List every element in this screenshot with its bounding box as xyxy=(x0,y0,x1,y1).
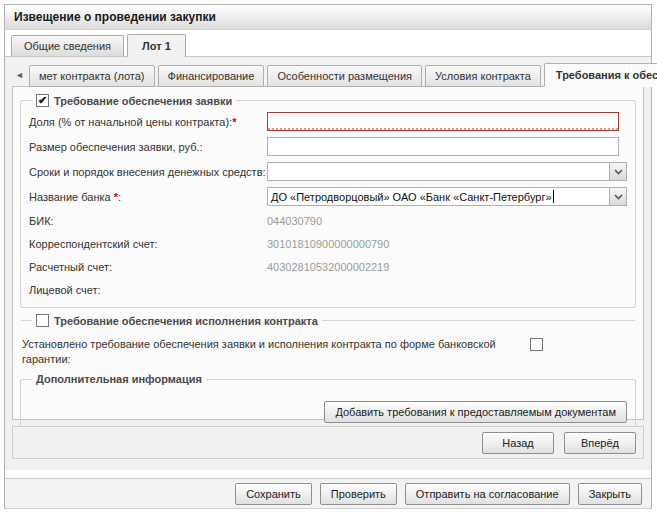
settlement-account-value: 40302810532000002219 xyxy=(267,261,389,273)
additional-info-legend-label: Дополнительная информация xyxy=(36,373,202,385)
chevron-down-icon xyxy=(614,194,623,200)
tab-security-requirements[interactable]: Требования к обеспечению xyxy=(544,63,657,87)
bid-security-legend-label: Требование обеспечения заявки xyxy=(54,95,232,107)
save-button[interactable]: Сохранить xyxy=(235,483,312,505)
contract-security-legend: Требование обеспечения исполнения контра… xyxy=(32,314,322,327)
tab-financing[interactable]: Финансирование xyxy=(158,65,265,87)
required-asterisk: * xyxy=(232,116,236,128)
settlement-account-row: Расчетный счет: 40302810532000002219 xyxy=(29,255,627,278)
bid-security-fieldset: ✔ Требование обеспечения заявки Доля (% … xyxy=(20,94,636,308)
contract-security-legend-label: Требование обеспечения исполнения контра… xyxy=(54,315,318,327)
settlement-account-label: Расчетный счет: xyxy=(29,261,267,273)
share-label: Доля (% от начальной цены контракта):* xyxy=(29,116,267,128)
bank-combobox-value[interactable]: ДО «Петродворцовый» ОАО «Банк «Санкт-Пет… xyxy=(268,188,609,205)
tab-lot-1[interactable]: Лот 1 xyxy=(127,34,186,57)
scroll-left-icon[interactable]: ◄ xyxy=(13,67,26,83)
tab-contract-terms[interactable]: Условия контракта xyxy=(425,65,541,87)
check-button[interactable]: Проверить xyxy=(320,483,397,505)
main-tabbar: Общие сведения Лот 1 xyxy=(5,30,651,56)
terms-select-value xyxy=(268,163,609,180)
share-input[interactable] xyxy=(267,112,619,131)
amount-row: Размер обеспечения заявки, руб.: xyxy=(29,134,627,159)
corr-account-row: Корреспондентский счет: 3010181090000000… xyxy=(29,232,627,255)
tab-placement-features[interactable]: Особенности размещения xyxy=(267,65,422,87)
back-button[interactable]: Назад xyxy=(482,432,554,454)
additional-info-body: Добавить требования к предоставляемым до… xyxy=(29,387,627,431)
bid-security-checkbox[interactable]: ✔ xyxy=(36,94,49,107)
footer-toolbar: Сохранить Проверить Отправить на согласо… xyxy=(5,478,651,509)
bank-label: Название банка *: xyxy=(29,191,267,203)
window-title: Извещение о проведении закупки xyxy=(5,5,651,30)
terms-dropdown-button[interactable] xyxy=(609,163,626,180)
terms-row: Сроки и порядок внесения денежных средст… xyxy=(29,159,627,184)
terms-label: Сроки и порядок внесения денежных средст… xyxy=(29,166,267,178)
bank-guarantee-row: Установлено требование обеспечения заявк… xyxy=(22,337,634,367)
share-row: Доля (% от начальной цены контракта):* xyxy=(29,109,627,134)
bik-label: БИК: xyxy=(29,215,267,227)
close-button[interactable]: Закрыть xyxy=(578,483,642,505)
corr-account-value: 30101810900000000790 xyxy=(267,238,389,250)
corr-account-label: Корреспондентский счет: xyxy=(29,238,267,250)
personal-account-label: Лицевой счет: xyxy=(29,284,267,296)
bank-guarantee-checkbox[interactable] xyxy=(530,338,543,351)
bank-guarantee-label: Установлено требование обеспечения заявк… xyxy=(22,337,520,367)
lot-section-tabbar: ◄ мет контракта (лота) Финансирование Ос… xyxy=(12,63,644,87)
amount-label: Размер обеспечения заявки, руб.: xyxy=(29,141,267,153)
contract-security-fieldset: Требование обеспечения исполнения контра… xyxy=(20,314,636,329)
amount-input[interactable] xyxy=(267,137,619,156)
personal-account-row: Лицевой счет: xyxy=(29,278,627,301)
chevron-down-icon xyxy=(614,169,623,175)
wizard-nav-bar: Назад Вперёд xyxy=(12,426,644,459)
bank-combobox[interactable]: ДО «Петродворцовый» ОАО «Банк «Санкт-Пет… xyxy=(267,187,627,206)
text-cursor xyxy=(553,190,554,203)
notice-window: Извещение о проведении закупки Общие све… xyxy=(4,4,652,509)
bik-value: 044030790 xyxy=(267,215,322,227)
bid-security-legend: ✔ Требование обеспечения заявки xyxy=(32,94,236,107)
bank-row: Название банка *: ДО «Петродворцовый» ОА… xyxy=(29,184,627,209)
tab-contract-subject[interactable]: мет контракта (лота) xyxy=(29,65,155,87)
bik-row: БИК: 044030790 xyxy=(29,209,627,232)
tab-general-info[interactable]: Общие сведения xyxy=(11,35,124,56)
add-document-requirements-button[interactable]: Добавить требования к предоставляемым до… xyxy=(324,401,627,423)
send-for-approval-button[interactable]: Отправить на согласование xyxy=(405,483,570,505)
contract-security-checkbox[interactable] xyxy=(36,314,49,327)
terms-select[interactable] xyxy=(267,162,627,181)
bank-dropdown-button[interactable] xyxy=(609,188,626,205)
lot-tab-panel: ◄ мет контракта (лота) Финансирование Ос… xyxy=(5,56,651,470)
forward-button[interactable]: Вперёд xyxy=(564,432,636,454)
security-requirements-content: ✔ Требование обеспечения заявки Доля (% … xyxy=(12,86,644,420)
additional-info-legend: Дополнительная информация xyxy=(32,373,206,385)
